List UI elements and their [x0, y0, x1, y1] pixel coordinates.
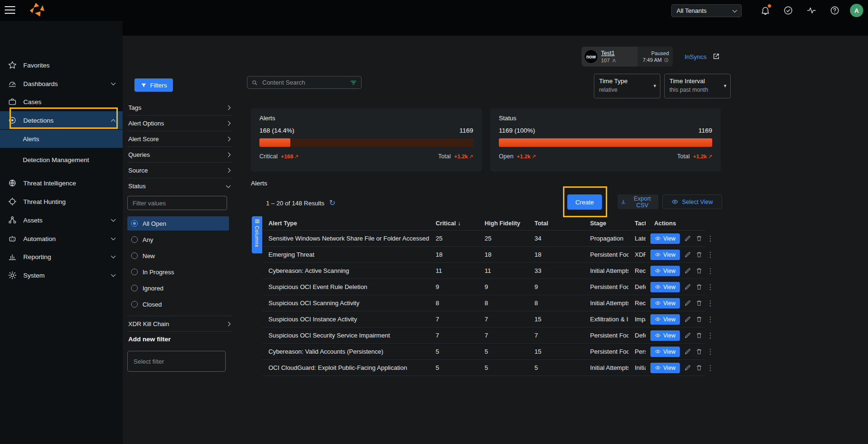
- activity-pulse-icon[interactable]: [806, 5, 817, 16]
- status-option-in-progress[interactable]: In Progress: [127, 265, 229, 279]
- view-button[interactable]: View: [650, 330, 680, 341]
- tenant-selector[interactable]: All Tenants: [671, 4, 742, 17]
- notifications-bell-icon[interactable]: [760, 5, 771, 16]
- edit-icon[interactable]: [684, 316, 691, 323]
- col-header-stage[interactable]: Stage: [584, 220, 629, 227]
- time-interval-dropdown[interactable]: Time Interval this past month ▾: [664, 74, 731, 98]
- menu-icon[interactable]: [5, 6, 15, 14]
- sidebar-item-detections[interactable]: Detections: [0, 111, 123, 129]
- sidebar-item-cases[interactable]: Cases: [0, 93, 123, 111]
- delete-icon[interactable]: [696, 332, 703, 339]
- view-button[interactable]: View: [650, 363, 680, 373]
- time-type-dropdown[interactable]: Time Type relative ▾: [594, 74, 660, 98]
- sidebar-item-automation[interactable]: Automation: [0, 230, 123, 248]
- sidebar-item-reporting[interactable]: Reporting: [0, 248, 123, 266]
- external-link-icon[interactable]: [712, 52, 720, 60]
- edit-icon[interactable]: [684, 299, 691, 307]
- col-header-tactic[interactable]: Tactic: [629, 220, 646, 227]
- edit-icon[interactable]: [684, 283, 691, 290]
- alert-type-cell[interactable]: Suspicious OCI Scanning Activity: [262, 299, 429, 307]
- delete-icon[interactable]: [696, 283, 703, 290]
- export-csv-button[interactable]: Export CSV: [618, 194, 658, 209]
- create-button[interactable]: Create: [567, 194, 602, 210]
- status-option-new[interactable]: New: [127, 249, 229, 263]
- filter-group-alert-score[interactable]: Alert Score: [127, 131, 233, 147]
- view-button[interactable]: View: [650, 250, 680, 260]
- delete-icon[interactable]: [696, 316, 703, 323]
- alert-type-cell[interactable]: Emerging Threat: [262, 251, 429, 258]
- filter-group-tags[interactable]: Tags: [127, 100, 233, 116]
- sidebar-item-threat-hunting[interactable]: Threat Hunting: [0, 193, 123, 211]
- more-options-icon[interactable]: ⋮: [707, 299, 714, 307]
- edit-icon[interactable]: [684, 251, 691, 258]
- brand-logo[interactable]: [29, 2, 46, 19]
- sidebar-item-detection-management[interactable]: Detection Management: [0, 151, 123, 169]
- select-filter-input[interactable]: [127, 351, 226, 372]
- filter-group-alert-options[interactable]: Alert Options: [127, 116, 233, 131]
- user-avatar[interactable]: A: [850, 4, 863, 17]
- col-header-total[interactable]: Total: [528, 220, 584, 227]
- status-option-closed[interactable]: Closed: [127, 297, 229, 311]
- view-button[interactable]: View: [650, 347, 680, 357]
- view-button[interactable]: View: [650, 233, 680, 244]
- more-options-icon[interactable]: ⋮: [707, 332, 714, 339]
- delete-icon[interactable]: [696, 267, 703, 274]
- filter-group-status[interactable]: Status: [127, 178, 233, 194]
- edit-icon[interactable]: [684, 267, 691, 274]
- status-option-any[interactable]: Any: [127, 232, 229, 247]
- status-option-all-open[interactable]: All Open: [127, 216, 229, 231]
- status-option-ignored[interactable]: Ignored: [127, 281, 229, 295]
- alert-type-cell[interactable]: Suspicious OCI Instance Activity: [262, 316, 429, 323]
- search-input[interactable]: [261, 78, 346, 87]
- alert-type-cell[interactable]: Cybereason: Active Scanning: [262, 267, 429, 274]
- more-options-icon[interactable]: ⋮: [707, 316, 714, 323]
- more-options-icon[interactable]: ⋮: [707, 283, 714, 290]
- filter-group-queries[interactable]: Queries: [127, 147, 233, 163]
- filter-group-xdr-kill-chain[interactable]: XDR Kill Chain: [127, 316, 233, 332]
- help-icon[interactable]: [830, 5, 840, 16]
- view-button[interactable]: View: [650, 282, 680, 292]
- delete-icon[interactable]: [696, 235, 703, 242]
- more-options-icon[interactable]: ⋮: [707, 251, 714, 258]
- search-filter-icon[interactable]: [350, 79, 357, 87]
- filters-button[interactable]: Filters: [134, 78, 173, 92]
- view-button[interactable]: View: [650, 298, 680, 309]
- more-options-icon[interactable]: ⋮: [707, 235, 714, 242]
- servicenow-sync-widget[interactable]: now Test1 107 Paused 7:49 AM: [582, 47, 673, 67]
- more-options-icon[interactable]: ⋮: [707, 267, 714, 274]
- col-header-high-fidelity[interactable]: High Fidelity: [478, 220, 528, 227]
- more-options-icon[interactable]: ⋮: [707, 364, 714, 371]
- filter-values-input[interactable]: [127, 196, 227, 210]
- delete-icon[interactable]: [696, 299, 703, 307]
- columns-button[interactable]: Columns: [252, 216, 262, 253]
- sidebar-item-favorites[interactable]: Favorites: [0, 56, 123, 74]
- check-circle-icon[interactable]: [783, 5, 793, 16]
- alert-type-cell[interactable]: Sensitive Windows Network Share File or …: [262, 235, 429, 242]
- alert-type-cell[interactable]: Suspicious OCI Event Rule Deletion: [262, 283, 429, 290]
- more-options-icon[interactable]: ⋮: [707, 348, 714, 355]
- sync-title-link[interactable]: Test1: [601, 50, 638, 57]
- insyncs-link[interactable]: InSyncs: [685, 53, 706, 60]
- alert-type-cell[interactable]: OCI CloudGuard: Exploit Public-Facing Ap…: [262, 364, 429, 371]
- col-header-alert-type[interactable]: Alert Type: [262, 220, 429, 227]
- sidebar-item-alerts[interactable]: Alerts: [0, 130, 123, 148]
- view-button[interactable]: View: [650, 314, 680, 325]
- view-button[interactable]: View: [650, 266, 680, 276]
- select-view-button[interactable]: Select View: [662, 194, 722, 209]
- col-header-critical[interactable]: Critical↓: [429, 220, 478, 227]
- filter-group-source[interactable]: Source: [127, 163, 233, 178]
- edit-icon[interactable]: [684, 332, 691, 339]
- sidebar-item-assets[interactable]: Assets: [0, 211, 123, 229]
- delete-icon[interactable]: [696, 251, 703, 258]
- sidebar-item-threat-intelligence[interactable]: Threat Intelligence: [0, 174, 123, 192]
- delete-icon[interactable]: [696, 348, 703, 355]
- sidebar-item-dashboards[interactable]: Dashboards: [0, 75, 123, 93]
- refresh-icon[interactable]: ↻: [329, 199, 335, 207]
- sidebar-item-system[interactable]: System: [0, 266, 123, 284]
- delete-icon[interactable]: [696, 364, 703, 371]
- edit-icon[interactable]: [684, 235, 691, 242]
- alert-type-cell[interactable]: Cybereason: Valid Accounts (Persistence): [262, 348, 429, 355]
- edit-icon[interactable]: [684, 348, 691, 355]
- alert-type-cell[interactable]: Suspicious OCI Security Service Impairme…: [262, 332, 429, 339]
- edit-icon[interactable]: [684, 364, 691, 371]
